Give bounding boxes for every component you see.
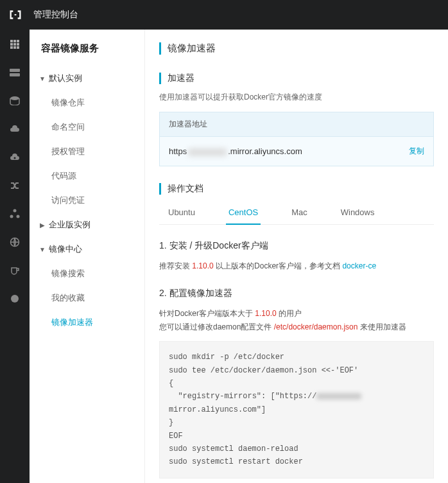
sidebar-item-search[interactable]: 镜像搜索	[30, 261, 144, 286]
circle-icon[interactable]	[9, 293, 21, 304]
svg-point-15	[10, 215, 13, 218]
main-content: 镜像加速器 加速器 使用加速器可以提升获取Docker官方镜像的速度 加速器地址…	[145, 30, 448, 483]
accelerator-url-box: 加速器地址 https.mirror.aliyuncs.com 复制	[159, 112, 434, 166]
svg-rect-6	[17, 43, 19, 46]
sidebar-item-favorites[interactable]: 我的收藏	[30, 286, 144, 310]
globe-icon[interactable]	[9, 236, 21, 248]
sidebar: 容器镜像服务 ▼ 默认实例 镜像仓库 命名空间 授权管理 代码源 访问凭证 ▶ …	[30, 30, 145, 483]
svg-point-14	[13, 209, 17, 213]
tab-windows[interactable]: Windows	[338, 202, 377, 225]
page-title: 镜像加速器	[159, 42, 434, 55]
server-icon[interactable]	[9, 67, 21, 78]
accelerator-url: https.mirror.aliyuncs.com	[169, 146, 302, 156]
grid-icon[interactable]	[9, 39, 21, 50]
svg-rect-1	[10, 40, 13, 42]
sidebar-item-namespace[interactable]: 命名空间	[30, 115, 144, 139]
sidebar-group-center: ▼ 镜像中心 镜像搜索 我的收藏 镜像加速器	[30, 237, 144, 335]
accelerator-desc: 使用加速器可以提升获取Docker官方镜像的速度	[159, 92, 434, 103]
sidebar-group-header-default[interactable]: ▼ 默认实例	[30, 66, 144, 91]
sidebar-item-source[interactable]: 代码源	[30, 164, 144, 188]
tab-centos[interactable]: CentOS	[226, 202, 261, 225]
sidebar-group-default: ▼ 默认实例 镜像仓库 命名空间 授权管理 代码源 访问凭证	[30, 66, 144, 213]
svg-point-13	[14, 157, 16, 159]
code-block: sudo mkdir -p /etc/docker sudo tee /etc/…	[159, 341, 434, 479]
topbar-title: 管理控制台	[33, 9, 78, 21]
sidebar-group-header-center[interactable]: ▼ 镜像中心	[30, 237, 144, 261]
sidebar-group-enterprise: ▶ 企业版实例	[30, 213, 144, 237]
topbar: 管理控制台	[0, 0, 448, 30]
accelerator-title: 加速器	[159, 73, 434, 84]
os-tabs: Ubuntu CentOS Mac Windows	[159, 202, 434, 225]
svg-rect-5	[13, 43, 16, 46]
sidebar-service-title: 容器镜像服务	[30, 42, 144, 66]
sidebar-item-accelerator[interactable]: 镜像加速器	[30, 310, 144, 335]
sidebar-group-header-enterprise[interactable]: ▶ 企业版实例	[30, 213, 144, 237]
copy-button[interactable]: 复制	[409, 146, 424, 157]
sidebar-item-auth[interactable]: 授权管理	[30, 139, 144, 164]
database-icon[interactable]	[9, 95, 21, 107]
svg-rect-4	[10, 43, 13, 46]
docs-title: 操作文档	[159, 183, 434, 195]
svg-rect-8	[13, 46, 16, 49]
icon-rail	[0, 30, 30, 483]
nodes-icon[interactable]	[9, 208, 21, 220]
svg-rect-3	[17, 40, 19, 42]
step2-desc: 针对Docker客户端版本大于 1.10.0 的用户 您可以通过修改daemon…	[159, 307, 434, 333]
svg-rect-9	[17, 46, 19, 49]
svg-point-18	[11, 295, 19, 303]
shuffle-icon[interactable]	[9, 180, 21, 191]
caret-down-icon: ▼	[39, 75, 46, 82]
step1-title: 1. 安装 / 升级Docker客户端	[159, 240, 434, 252]
cloud-icon[interactable]	[9, 123, 21, 135]
tab-mac[interactable]: Mac	[289, 202, 310, 225]
redacted-text	[316, 393, 361, 400]
sidebar-group-label: 镜像中心	[49, 243, 82, 255]
svg-point-12	[10, 96, 19, 100]
sidebar-item-repo[interactable]: 镜像仓库	[30, 91, 144, 115]
svg-rect-2	[13, 40, 16, 42]
tab-ubuntu[interactable]: Ubuntu	[166, 202, 198, 225]
step1-desc: 推荐安装 1.10.0 以上版本的Docker客户端，参考文档 docker-c…	[159, 259, 434, 272]
svg-rect-0	[15, 14, 17, 15]
caret-right-icon: ▶	[39, 222, 46, 229]
brand-logo-icon	[8, 7, 23, 22]
url-box-header: 加速器地址	[160, 112, 433, 137]
sidebar-item-credentials[interactable]: 访问凭证	[30, 188, 144, 213]
cloud-alt-icon[interactable]	[9, 152, 21, 163]
sidebar-group-label: 企业版实例	[49, 219, 90, 231]
svg-rect-11	[10, 73, 20, 76]
cup-icon[interactable]	[9, 265, 21, 276]
docker-ce-link[interactable]: docker-ce	[342, 261, 376, 270]
caret-down-icon: ▼	[39, 246, 46, 253]
svg-rect-10	[10, 69, 20, 72]
svg-point-16	[17, 215, 20, 218]
svg-rect-7	[10, 46, 13, 49]
sidebar-group-label: 默认实例	[49, 73, 82, 84]
redacted-text	[188, 148, 227, 156]
step2-title: 2. 配置镜像加速器	[159, 288, 434, 299]
